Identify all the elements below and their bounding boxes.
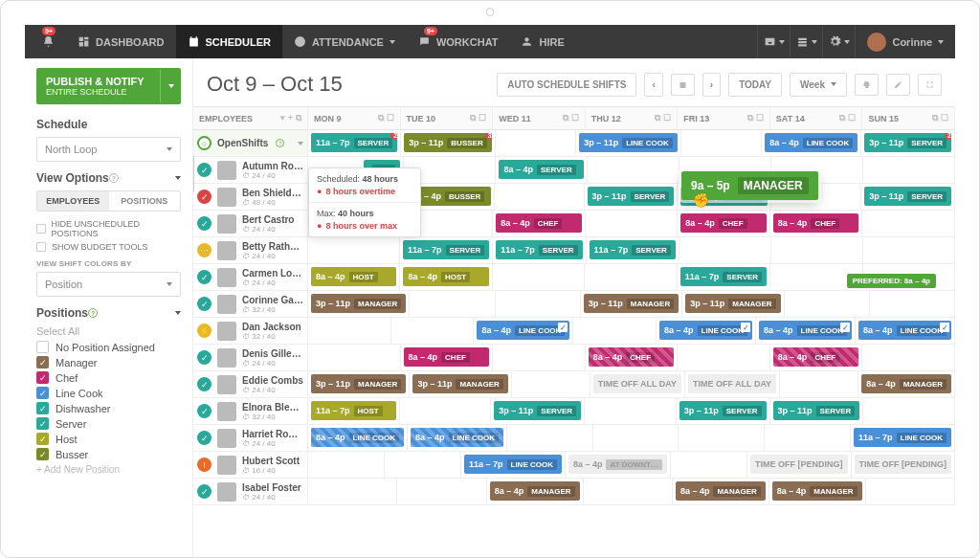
- day-cell[interactable]: 8a – 4pLINE COOK✓: [756, 318, 856, 344]
- shift-block[interactable]: 11a – 7pHOST: [311, 401, 396, 420]
- day-cell[interactable]: 3p – 11pMANAGER: [410, 371, 511, 397]
- day-cell[interactable]: 11a – 7pLINE COOK: [461, 452, 566, 478]
- shift-block[interactable]: 8a – 4pCHEF: [773, 347, 859, 367]
- day-cell[interactable]: 8a – 4pLINE COOK✓: [474, 318, 573, 344]
- day-cell[interactable]: [785, 291, 870, 317]
- day-cell[interactable]: [866, 479, 955, 504]
- checkbox[interactable]: [36, 341, 49, 353]
- opt-show-budget[interactable]: SHOW BUDGET TOOLS: [36, 242, 181, 252]
- day-cell[interactable]: 8a – 4pCHEF: [401, 345, 494, 370]
- checkbox[interactable]: ✓: [36, 417, 49, 430]
- nav-alerts[interactable]: 9+: [25, 25, 66, 58]
- day-cell[interactable]: [512, 371, 590, 397]
- colors-select[interactable]: Position: [36, 272, 181, 297]
- day-cell[interactable]: 3p – 11pSERVER: [770, 398, 864, 424]
- shift-block[interactable]: 3p – 11pMANAGER: [412, 374, 507, 393]
- day-cell[interactable]: 8a – 4pCHEF: [770, 345, 863, 370]
- nav-next-period[interactable]: ›: [702, 73, 721, 97]
- nav-inbox[interactable]: [757, 25, 790, 58]
- day-cell[interactable]: 8a – 4pMANAGER: [673, 479, 769, 504]
- day-cell[interactable]: 8a – 4pMANAGER: [769, 479, 866, 504]
- day-cell[interactable]: [400, 398, 492, 424]
- shift-block[interactable]: 8a – 4pSERVER: [499, 160, 584, 179]
- schedule-select[interactable]: North Loop: [36, 137, 181, 162]
- shift-block[interactable]: 11a – 7pLINE COOK: [854, 428, 951, 447]
- employee-cell[interactable]: ✓Elnora Blevins⏱ 32 / 40: [193, 398, 308, 424]
- day-cell[interactable]: 8a – 4pCHEF: [770, 211, 863, 236]
- day-cell[interactable]: 8a – 4pCHEF: [586, 345, 679, 370]
- day-cell[interactable]: 3p – 11pSERVER: [861, 184, 955, 210]
- opt-hide-unscheduled[interactable]: HIDE UNSCHEDULED POSITIONS: [36, 219, 181, 238]
- shift-block[interactable]: 8a – 4pHOST: [403, 267, 488, 286]
- day-cell[interactable]: [863, 398, 955, 424]
- day-cell[interactable]: [862, 211, 955, 236]
- day-cell[interactable]: [385, 452, 461, 478]
- day-cell[interactable]: 8a – 4pHOST: [308, 264, 400, 290]
- employee-cell[interactable]: ✓Bert Castro⏱ 24 / 40: [193, 211, 308, 236]
- day-cell[interactable]: [593, 425, 679, 451]
- shift-block[interactable]: 8a – 4pCHEF: [589, 347, 675, 367]
- day-cell[interactable]: [671, 452, 747, 478]
- shift-block[interactable]: 11a – 7pSERVER: [496, 240, 582, 259]
- shift-block[interactable]: 11a – 7pSERVER: [680, 267, 767, 286]
- employee-cell[interactable]: ⋯Betty Rathmen⏱ 24 / 40: [193, 237, 308, 263]
- shift-block[interactable]: TIME OFF [PENDING]: [855, 455, 952, 474]
- day-cell[interactable]: 8a – 4pLINE COOK✓: [657, 318, 756, 344]
- seg-employees[interactable]: EMPLOYEES: [37, 191, 109, 211]
- day-cell[interactable]: 3p – 11pSERVER: [677, 398, 770, 424]
- checkbox[interactable]: ✓: [36, 387, 49, 399]
- shift-block[interactable]: 8a – 4pAT DOWNT…: [568, 455, 667, 474]
- shift-block[interactable]: TIME OFF ALL DAY: [688, 374, 776, 393]
- nav-settings[interactable]: [822, 25, 855, 58]
- shift-block[interactable]: 3p – 11pMANAGER: [311, 374, 406, 393]
- day-cell[interactable]: TIME OFF ALL DAY: [590, 371, 685, 397]
- shift-block[interactable]: 8a – 4pLINE COOK: [311, 428, 404, 447]
- day-cell[interactable]: [863, 237, 955, 263]
- shift-block[interactable]: 8a – 4pMANAGER: [676, 481, 766, 501]
- nav-tools[interactable]: [790, 25, 822, 58]
- day-cell[interactable]: [588, 157, 679, 183]
- day-cell[interactable]: 11a – 7pLINE COOK: [851, 425, 955, 451]
- shift-block[interactable]: 3p – 11pBUSSER3: [404, 133, 491, 152]
- employee-cell[interactable]: ✓Ben Shield…⏱ 48 / 40: [193, 184, 308, 210]
- day-cell[interactable]: 8a – 4pAT DOWNT…: [566, 452, 671, 478]
- shift-block[interactable]: 3p – 11pSERVER: [773, 401, 860, 420]
- position-filter-line-cook[interactable]: ✓Line Cook: [36, 387, 181, 399]
- employee-cell[interactable]: ✓Autumn Ro…⏱ 24 / 40: [193, 157, 308, 183]
- nav-attendance[interactable]: ATTENDANCE: [282, 25, 407, 58]
- copy-icon[interactable]: ⧉: [378, 113, 384, 123]
- view-select[interactable]: Week: [790, 73, 847, 97]
- shift-block[interactable]: 3p – 11pMANAGER: [685, 294, 780, 313]
- shift-block[interactable]: 11a – 7pSERVER2: [311, 133, 397, 152]
- chevron-down-icon[interactable]: [298, 142, 303, 145]
- day-cell[interactable]: 8a – 4pCHEF: [678, 211, 770, 236]
- employee-cell[interactable]: !Hubert Scott⏱ 16 / 40: [193, 452, 308, 478]
- position-filter-dishwasher[interactable]: ✓Dishwasher: [36, 402, 181, 414]
- day-cell[interactable]: [496, 291, 581, 317]
- day-cell[interactable]: [585, 398, 677, 424]
- day-cell[interactable]: [862, 345, 955, 370]
- publish-button[interactable]: PUBLISH & NOTIFY ENTIRE SCHEDULE: [36, 68, 181, 104]
- day-cell[interactable]: 8a – 4pLINE COOK✓: [856, 318, 955, 344]
- day-cell[interactable]: 8a – 4pCHEF: [493, 211, 586, 236]
- day-cell[interactable]: [308, 479, 397, 504]
- day-cell[interactable]: [679, 425, 765, 451]
- shift-block[interactable]: 11a – 7pSERVER: [403, 240, 489, 259]
- position-filter-server[interactable]: ✓Server: [36, 417, 181, 430]
- today-button[interactable]: TODAY: [728, 73, 782, 97]
- nav-hire[interactable]: HIRE: [509, 25, 575, 58]
- day-cell[interactable]: [308, 237, 400, 263]
- auto-schedule-button[interactable]: AUTO SCHEDULE SHIFTS: [497, 73, 636, 97]
- nav-workchat[interactable]: WORKCHAT 9+: [407, 25, 510, 58]
- shift-block[interactable]: 3p – 11pSERVER2: [864, 133, 951, 152]
- day-cell[interactable]: TIME OFF [PENDING]: [852, 452, 956, 478]
- shift-block[interactable]: 8a – 4pCHEF: [680, 213, 767, 233]
- day-cell[interactable]: [493, 264, 585, 290]
- employee-cell[interactable]: ✓Carmen Lowe⏱ 24 / 40: [193, 264, 308, 290]
- employee-cell[interactable]: ⚡Dan Jackson⏱ 32 / 40: [193, 318, 308, 344]
- nav-calendar[interactable]: [671, 74, 695, 96]
- print-button[interactable]: [855, 74, 879, 96]
- shift-block[interactable]: 8a – 4pMANAGER: [490, 481, 580, 501]
- day-cell[interactable]: [308, 345, 401, 370]
- day-cell[interactable]: [493, 345, 586, 370]
